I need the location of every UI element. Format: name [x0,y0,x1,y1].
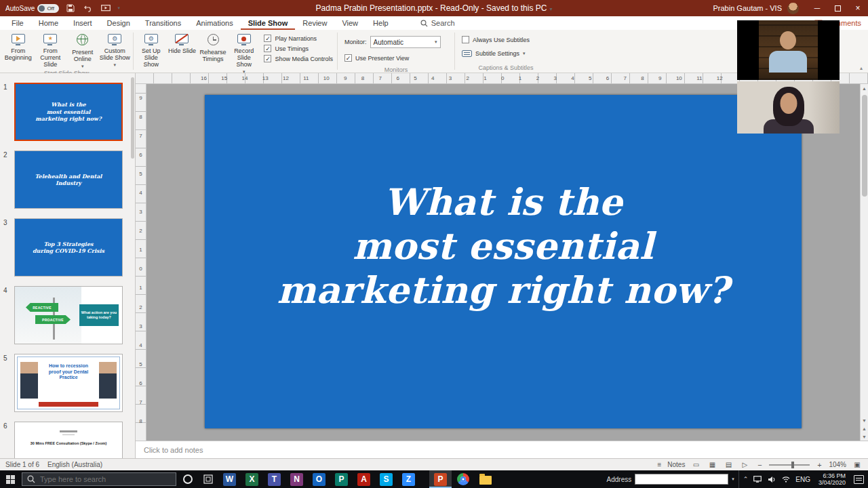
start-button[interactable] [0,470,20,488]
slide-show-view-button[interactable]: ▷ [739,461,750,468]
scrollbar-track[interactable] [861,92,868,416]
scroll-down-icon[interactable]: ▼ [861,416,868,424]
thumbnail-slide-2[interactable]: Telehealth and Dental Industry [14,150,123,209]
next-slide-icon[interactable]: ▼ [861,432,868,441]
autosave-toggle[interactable]: AutoSave Off [5,4,59,13]
tab-animations[interactable]: Animations [189,16,240,30]
thumbnail-slide-3[interactable]: Top 3 Strategies during COVID-19 Crisis [14,218,123,277]
tab-insert[interactable]: Insert [66,16,100,30]
taskbar-app-excel[interactable]: X [241,470,263,488]
subtitle-settings-button[interactable]: Subtitle Settings▾ [462,50,550,57]
fit-slide-button[interactable]: ▣ [852,461,863,468]
thumbnail-slide-1[interactable]: What is the most essential marketing rig… [14,83,123,141]
taskbar-app-chrome[interactable] [452,470,474,488]
slide-canvas[interactable]: What is the most essential marketing rig… [205,95,802,428]
hide-slide-button[interactable]: Hide Slide [167,32,197,54]
minimize-button[interactable]: ─ [807,0,827,16]
tab-slide-show[interactable]: Slide Show [241,16,296,30]
tab-file[interactable]: File [4,16,31,30]
webcam-overlay-participant-2[interactable] [737,81,840,134]
notes-pane[interactable]: Click to add notes [136,441,868,458]
ruler-number: 11 [303,75,309,81]
publisher-icon: P [335,473,348,486]
tab-review[interactable]: Review [295,16,334,30]
thumbnail-slide-6[interactable]: 30 Mins FREE Consultation (Skype / Zoom) [14,422,123,458]
taskbar-app-acrobat[interactable]: A [353,470,375,488]
show-media-controls-checkbox[interactable]: Show Media Controls [264,55,333,62]
ruler-number: 1 [519,75,521,81]
always-use-subtitles-checkbox[interactable]: Always Use Subtitles [462,36,550,43]
taskbar-search-input[interactable] [40,475,155,483]
rehearse-timings-button[interactable]: Rehearse Timings [198,32,228,62]
monitor-tray-icon[interactable] [753,474,762,484]
slideshow-quick-icon[interactable] [100,3,112,14]
language-indicator[interactable]: English (Australia) [47,461,102,468]
custom-slide-show-button[interactable]: ⚙ Custom Slide Show ▾ [100,32,131,68]
from-current-slide-button[interactable]: ★ From Current Slide [35,32,66,68]
play-narrations-checkbox[interactable]: Play Narrations [264,35,333,42]
taskbar-app-publisher[interactable]: P [330,470,353,488]
collapse-ribbon-icon[interactable]: ▴ [860,65,863,71]
restore-button[interactable] [827,0,848,16]
save-icon[interactable] [64,3,77,14]
zoom-percent[interactable]: 104% [829,461,846,468]
slide-title-text[interactable]: What is the most essential marketing rig… [205,95,802,312]
user-avatar[interactable] [787,3,799,14]
taskbar-app-skype[interactable]: S [375,470,397,488]
tab-design[interactable]: Design [100,16,138,30]
title-dropdown-icon[interactable]: ▾ [549,6,552,12]
use-presenter-view-checkbox[interactable]: Use Presenter View [344,54,448,62]
present-online-button[interactable]: Present Online ▾ [67,32,98,69]
search-box[interactable]: Search [420,19,455,27]
quick-access-dropdown-icon[interactable]: ▾ [117,5,120,11]
undo-icon[interactable] [82,3,94,14]
thumbnail-slide-4[interactable]: REACTIVE PROACTIVE What action are you t… [14,286,123,344]
cortana-button[interactable] [178,470,198,488]
scrollbar-thumb[interactable] [862,95,867,197]
reading-view-button[interactable]: ▤ [723,461,734,468]
taskbar-app-powerpoint[interactable]: P [429,470,452,488]
taskbar-search[interactable] [22,472,176,486]
from-beginning-button[interactable]: From Beginning [3,32,34,61]
taskbar-app-onenote[interactable]: N [285,470,308,488]
zoom-slider-thumb[interactable] [791,462,794,468]
webcam-overlay-participant-1[interactable] [737,20,840,80]
task-view-button[interactable] [198,470,218,488]
notes-toggle-button[interactable]: ≡ Notes [654,461,685,468]
taskbar-app-file-explorer[interactable] [474,470,496,488]
zoom-slider[interactable] [769,464,810,466]
thumbnail-slide-5[interactable]: How to recession proof your Dental Pract… [14,354,123,412]
autosave-switch[interactable]: Off [37,4,59,13]
taskbar-app-outlook[interactable]: O [308,470,330,488]
normal-view-button[interactable]: ▭ [690,461,701,468]
tray-chevron-icon[interactable]: ⌃ [743,476,749,483]
tab-home[interactable]: Home [31,16,66,30]
taskbar-app-teams[interactable]: T [263,470,285,488]
tab-view[interactable]: View [334,16,366,30]
set-up-slide-show-button[interactable]: ⚙ Set Up Slide Show [136,32,166,68]
scroll-up-icon[interactable]: ▲ [861,84,868,92]
volume-icon[interactable] [767,474,776,484]
language-button[interactable]: ENG [795,476,810,483]
ruler-number: 1 [139,285,142,291]
zoom-out-button[interactable]: − [755,461,764,469]
taskbar-app-zoom[interactable]: Z [397,470,420,488]
close-button[interactable]: × [848,0,868,16]
account-name[interactable]: Prabin Gautam - VIS [713,4,783,12]
vertical-scrollbar[interactable]: ▲ ▼ ▲ ▼ [860,84,868,441]
tab-transitions[interactable]: Transitions [138,16,189,30]
network-icon[interactable] [781,474,791,484]
tab-help[interactable]: Help [366,16,396,30]
previous-slide-icon[interactable]: ▲ [861,424,868,432]
taskbar-app-word[interactable]: W [218,470,241,488]
address-input[interactable] [635,474,728,485]
taskbar-clock[interactable]: 6:36 PM 3/04/2020 [814,470,850,488]
address-go-icon[interactable]: ▾ [732,476,734,482]
slide-sorter-view-button[interactable]: ▦ [707,461,717,468]
thumbnail-scrollbar[interactable] [131,77,134,159]
action-center-icon[interactable] [854,475,864,484]
monitor-dropdown[interactable]: Automatic▾ [370,36,441,48]
record-slide-show-button[interactable]: Record Slide Show ▾ [229,32,259,75]
use-timings-checkbox[interactable]: Use Timings [264,45,333,52]
zoom-in-button[interactable]: + [815,461,823,469]
